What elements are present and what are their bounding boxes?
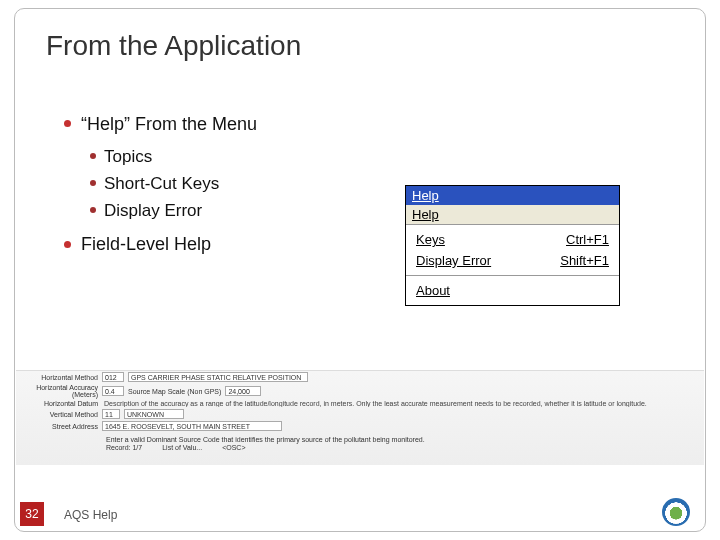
bullet-list: “Help” From the Menu Topics Short-Cut Ke… [64,110,257,263]
fs-osc-indicator: <OSC> [222,444,245,451]
fs-label-vertical-method: Vertical Method [20,411,98,418]
fs-record-indicator: Record: 1/7 [106,444,142,451]
menu-item-label: About [416,283,450,298]
fs-label-horizontal-accuracy: Horizontal Accuracy (Meters) [20,384,98,398]
bullet-field-level-help: Field-Level Help [64,230,257,259]
menu-header-help[interactable]: Help [406,205,619,225]
menu-item-keys[interactable]: Keys Ctrl+F1 [406,229,619,250]
fs-label-source-map-scale: Source Map Scale (Non GPS) [128,388,221,395]
fs-field[interactable]: UNKNOWN [124,409,184,419]
form-screenshot: Horizontal Method 012 GPS CARRIER PHASE … [16,370,704,465]
menu-item-accel: Ctrl+F1 [566,232,609,247]
fs-label-horizontal-datum: Horizontal Datum [20,400,98,407]
menu-item-accel: Shift+F1 [560,253,609,268]
fs-label-street-address: Street Address [20,423,98,430]
menu-bar-help-selected[interactable]: Help [406,186,619,205]
fs-description-text: Description of the accuracy as a range o… [104,400,647,407]
help-menu-dropdown: Help Help Keys Ctrl+F1 Display Error Shi… [405,185,620,306]
menu-item-label: Display Error [416,253,491,268]
fs-field[interactable]: GPS CARRIER PHASE STATIC RELATIVE POSITI… [128,372,308,382]
fs-field[interactable]: 0.4 [102,386,124,396]
fs-field[interactable]: 1645 E. ROOSEVELT, SOUTH MAIN STREET [102,421,282,431]
fs-field[interactable]: 24,000 [225,386,261,396]
menu-item-display-error[interactable]: Display Error Shift+F1 [406,250,619,271]
fs-list-of-values: List of Valu... [162,444,202,451]
slide-number-badge: 32 [20,502,44,526]
bullet-shortcut-keys: Short-Cut Keys [90,170,257,197]
epa-logo-icon [662,498,690,526]
fs-label-horizontal-method: Horizontal Method [20,374,98,381]
footer-text: AQS Help [64,508,117,522]
fs-status-hint: Enter a valid Dominant Source Code that … [106,436,704,443]
bullet-display-error: Display Error [90,197,257,224]
fs-field[interactable]: 11 [102,409,120,419]
bullet-help-menu: “Help” From the Menu [64,110,257,139]
fs-field[interactable]: 012 [102,372,124,382]
menu-item-label: Keys [416,232,445,247]
menu-separator [406,275,619,276]
slide-title: From the Application [46,30,301,62]
menu-item-about[interactable]: About [406,280,619,301]
bullet-topics: Topics [90,143,257,170]
